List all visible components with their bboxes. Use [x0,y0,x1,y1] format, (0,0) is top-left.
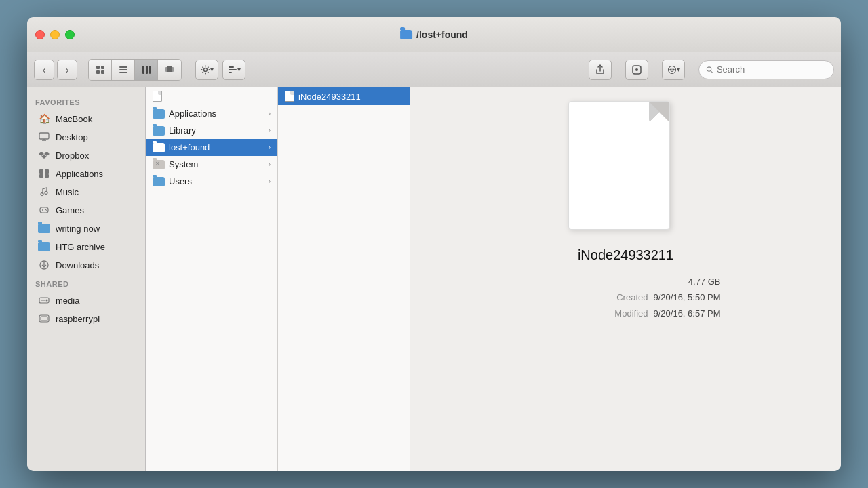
desktop-icon [38,131,50,143]
svg-point-13 [203,68,207,71]
col1-applications-label: Applications [169,108,216,119]
created-date: 9/20/16, 5:50 PM [653,289,720,305]
home-icon: 🏠 [38,113,50,125]
sidebar-music-label: Music [56,187,79,197]
svg-point-21 [202,71,203,73]
sidebar-media-label: media [56,296,79,306]
view-mode-buttons [88,59,182,81]
sidebar: Favorites 🏠 MacBook Desktop [27,87,146,471]
doc-corner [649,102,669,122]
svg-rect-3 [101,70,104,74]
column-item-library[interactable]: Library › [146,122,277,139]
sidebar-item-raspberrypi[interactable]: raspberrypi [30,310,142,327]
svg-rect-7 [142,66,144,74]
svg-rect-37 [39,169,43,174]
sidebar-item-downloads[interactable]: Downloads [30,256,142,274]
svg-rect-22 [229,66,234,68]
column-item-empty-file[interactable] [146,87,277,105]
svg-rect-1 [101,66,104,69]
col1-lost-found-label: lost+found [169,142,210,152]
search-input[interactable] [717,64,827,75]
column-item-inode[interactable]: iNode24933211 [278,87,410,105]
column-item-system[interactable]: System › [146,156,277,173]
users-folder-icon [153,177,165,186]
created-row: Created 9/20/16, 5:50 PM [531,289,721,305]
column-item-lost-found[interactable]: lost+found › [146,139,277,156]
modified-label: Modified [614,306,648,321]
applications-chevron: › [269,110,271,117]
svg-line-30 [711,70,713,73]
svg-point-20 [207,66,208,68]
svg-point-26 [635,68,638,71]
minimize-button[interactable] [50,30,60,39]
list-view-button[interactable] [112,60,135,80]
sidebar-downloads-label: Downloads [56,260,99,270]
sidebar-item-writing[interactable]: writing now [30,220,142,237]
created-label: Created [616,289,648,305]
arrange-button[interactable]: ▾ [222,60,245,80]
empty-file-icon [153,91,162,102]
svg-rect-23 [229,69,237,70]
column-item-users[interactable]: Users › [146,173,277,190]
sidebar-item-macbook[interactable]: 🏠 MacBook [30,110,142,127]
svg-rect-5 [119,69,127,70]
close-button[interactable] [35,30,45,39]
cover-view-button[interactable] [158,60,181,80]
forward-button[interactable]: › [57,60,77,80]
sidebar-item-htg[interactable]: HTG archive [30,238,142,256]
svg-rect-9 [149,66,151,74]
arrange-icon [228,65,237,75]
games-icon [38,204,50,216]
svg-rect-38 [45,169,49,174]
title-folder-icon [400,30,412,39]
share-icon [595,64,606,75]
tag-button[interactable] [625,60,648,80]
svg-point-46 [45,209,47,211]
network-button[interactable]: ▾ [662,60,685,80]
library-chevron: › [269,127,271,134]
column-item-applications[interactable]: Applications › [146,105,277,122]
sidebar-item-dropbox[interactable]: Dropbox [30,146,142,164]
dropbox-icon [38,149,50,161]
sidebar-item-desktop[interactable]: Desktop [30,128,142,146]
column-view-button[interactable] [135,60,158,80]
system-chevron: › [269,161,271,168]
sidebar-item-games[interactable]: Games [30,201,142,219]
search-box[interactable] [698,60,834,79]
downloads-icon [38,259,50,271]
icon-view-button[interactable] [89,60,112,80]
share-button[interactable] [589,60,612,80]
system-folder-icon [153,160,165,169]
preview-metadata: 4.77 GB Created 9/20/16, 5:50 PM Modifie… [531,274,721,321]
col1-system-label: System [169,159,198,169]
sidebar-desktop-label: Desktop [56,132,88,142]
favorites-label: Favorites [27,93,145,109]
svg-rect-10 [167,66,172,72]
svg-rect-40 [45,174,49,178]
sidebar-item-media[interactable]: media [30,291,142,309]
svg-rect-54 [41,317,47,321]
media-drive-icon [38,294,50,306]
list-view-icon [119,65,128,75]
maximize-button[interactable] [65,30,75,39]
sidebar-item-applications[interactable]: Applications [30,165,142,182]
action-button[interactable]: ▾ [195,60,218,80]
col1-users-label: Users [169,176,192,186]
finder-window: /lost+found ‹ › [27,17,841,471]
modified-row: Modified 9/20/16, 6:57 PM [531,306,721,321]
back-button[interactable]: ‹ [34,60,54,80]
svg-point-18 [202,66,203,68]
sidebar-item-music[interactable]: Music [30,183,142,201]
cover-view-icon [165,65,174,75]
column-1: Applications › Library › lost+found › Sy… [146,87,278,471]
preview-doc-icon [568,101,670,230]
users-chevron: › [269,178,271,185]
svg-point-16 [201,69,202,70]
preview-filename: iNode24933211 [578,247,673,263]
music-icon [38,186,50,198]
svg-rect-4 [119,66,127,68]
library-folder-icon [153,126,165,136]
network-dropdown-arrow: ▾ [677,66,680,73]
nav-buttons: ‹ › [34,60,77,80]
sidebar-dropbox-label: Dropbox [56,150,89,161]
